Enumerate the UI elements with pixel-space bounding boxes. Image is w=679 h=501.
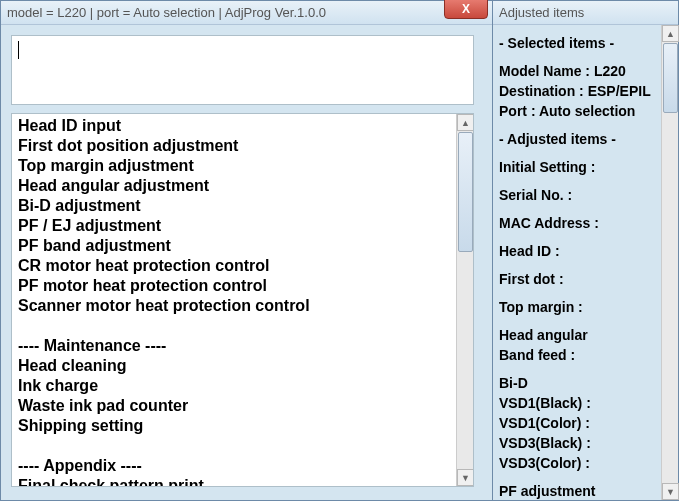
side-line: - Adjusted items - [499, 129, 672, 149]
side-line [499, 53, 672, 61]
scroll-up-button[interactable]: ▲ [457, 114, 474, 131]
side-titlebar: Adjusted items [493, 1, 678, 25]
side-line: Serial No. : [499, 185, 672, 205]
list-item[interactable]: ---- Appendix ---- [18, 456, 467, 476]
content-area: Head ID inputFirst dot position adjustme… [1, 25, 492, 497]
list-item[interactable]: Bi-D adjustment [18, 196, 467, 216]
list-scrollbar: ▲ ▼ [456, 114, 473, 486]
list-item[interactable]: First dot position adjustment [18, 136, 467, 156]
side-line: Port : Auto selection [499, 101, 672, 121]
list-item[interactable]: Waste ink pad counter [18, 396, 467, 416]
list-item[interactable] [18, 436, 467, 456]
side-scroll-down-button[interactable]: ▼ [662, 483, 679, 500]
side-line: Model Name : L220 [499, 61, 672, 81]
list-item[interactable] [18, 316, 467, 336]
list-item[interactable]: Final check pattern print [18, 476, 467, 487]
side-line [499, 149, 672, 157]
side-title: Adjusted items [499, 5, 584, 20]
list-inner[interactable]: Head ID inputFirst dot position adjustme… [12, 114, 473, 486]
side-line: PF adjustment [499, 481, 672, 501]
side-line: VSD3(Black) : [499, 433, 672, 453]
side-line [499, 365, 672, 373]
list-item[interactable]: ---- Maintenance ---- [18, 336, 467, 356]
list-item[interactable]: CR motor heat protection control [18, 256, 467, 276]
text-input[interactable] [11, 35, 474, 105]
side-line: MAC Address : [499, 213, 672, 233]
close-button[interactable]: X [444, 0, 488, 19]
side-line [499, 289, 672, 297]
side-line: Band feed : [499, 345, 672, 365]
scroll-thumb[interactable] [458, 132, 473, 252]
adjustment-list: Head ID inputFirst dot position adjustme… [11, 113, 474, 487]
side-content: - Selected items - Model Name : L220Dest… [493, 25, 678, 501]
side-line: VSD1(Black) : [499, 393, 672, 413]
side-line [499, 205, 672, 213]
list-item[interactable]: Head cleaning [18, 356, 467, 376]
side-line: Initial Setting : [499, 157, 672, 177]
side-line [499, 121, 672, 129]
list-item[interactable]: PF motor heat protection control [18, 276, 467, 296]
side-scroll-up-button[interactable]: ▲ [662, 25, 679, 42]
side-line: VSD3(Color) : [499, 453, 672, 473]
side-line [499, 233, 672, 241]
list-item[interactable]: Ink charge [18, 376, 467, 396]
list-item[interactable]: Head angular adjustment [18, 176, 467, 196]
side-line [499, 473, 672, 481]
list-item[interactable]: Head ID input [18, 116, 467, 136]
titlebar: model = L220 | port = Auto selection | A… [1, 1, 492, 25]
list-item[interactable]: Scanner motor heat protection control [18, 296, 467, 316]
close-icon: X [462, 2, 470, 16]
side-line: Head angular [499, 325, 672, 345]
side-line: - Selected items - [499, 33, 672, 53]
window-title: model = L220 | port = Auto selection | A… [7, 5, 486, 20]
list-item[interactable]: PF / EJ adjustment [18, 216, 467, 236]
side-line: Head ID : [499, 241, 672, 261]
list-item[interactable]: Top margin adjustment [18, 156, 467, 176]
side-panel: Adjusted items - Selected items - Model … [493, 0, 679, 501]
side-line: Top margin : [499, 297, 672, 317]
side-line [499, 261, 672, 269]
side-line: Destination : ESP/EPIL [499, 81, 672, 101]
side-line: First dot : [499, 269, 672, 289]
scroll-down-button[interactable]: ▼ [457, 469, 474, 486]
side-line [499, 317, 672, 325]
list-item[interactable]: Shipping setting [18, 416, 467, 436]
list-item[interactable]: PF band adjustment [18, 236, 467, 256]
side-line: Bi-D [499, 373, 672, 393]
main-window: model = L220 | port = Auto selection | A… [0, 0, 493, 501]
side-line: VSD1(Color) : [499, 413, 672, 433]
side-line [499, 177, 672, 185]
side-scroll-thumb[interactable] [663, 43, 678, 113]
side-scrollbar: ▲ ▼ [661, 25, 678, 500]
